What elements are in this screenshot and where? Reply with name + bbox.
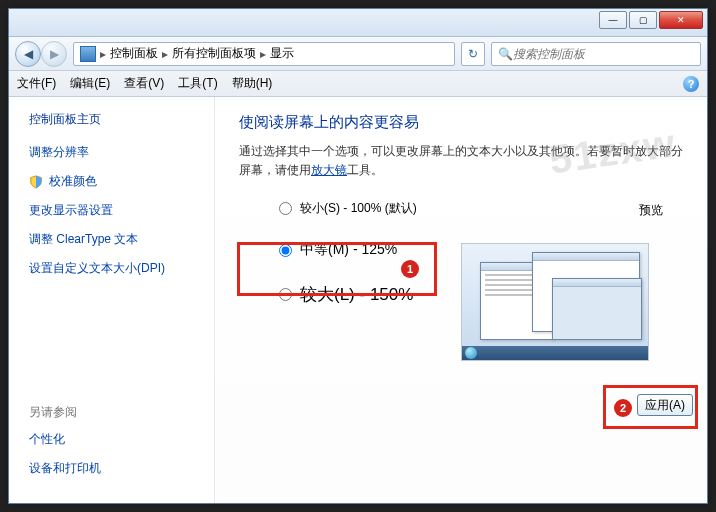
breadcrumb-level1[interactable]: 所有控制面板项: [172, 45, 256, 62]
magnifier-link[interactable]: 放大镜: [311, 163, 347, 177]
radio-large-label: 较大(L) - 150%: [300, 283, 413, 306]
page-description: 通过选择其中一个选项，可以更改屏幕上的文本大小以及其他项。若要暂时放大部分屏幕，…: [239, 142, 685, 180]
maximize-button[interactable]: ▢: [629, 11, 657, 29]
menu-edit[interactable]: 编辑(E): [70, 75, 110, 92]
sidebar-link-resolution[interactable]: 调整分辨率: [29, 144, 194, 161]
window-frame: — ▢ ✕ ◀ ▶ ▸ 控制面板 ▸ 所有控制面板项 ▸ 显示 ↻ 🔍 文件(F…: [8, 8, 708, 504]
menu-tools[interactable]: 工具(T): [178, 75, 217, 92]
help-icon[interactable]: ?: [683, 76, 699, 92]
sidebar-link-custom-dpi[interactable]: 设置自定义文本大小(DPI): [29, 260, 194, 277]
radio-small[interactable]: [279, 202, 292, 215]
radio-medium[interactable]: [279, 244, 292, 257]
radio-medium-label: 中等(M) - 125%: [300, 241, 397, 259]
sidebar-link-personalization[interactable]: 个性化: [29, 431, 194, 448]
breadcrumb-root[interactable]: 控制面板: [110, 45, 158, 62]
preview-thumbnail: [461, 243, 649, 361]
breadcrumb-sep: ▸: [162, 47, 168, 61]
control-panel-home-link[interactable]: 控制面板主页: [29, 111, 194, 128]
menu-view[interactable]: 查看(V): [124, 75, 164, 92]
refresh-button[interactable]: ↻: [461, 42, 485, 66]
sidebar-link-devices-printers[interactable]: 设备和打印机: [29, 460, 194, 477]
sidebar-link-calibrate-color[interactable]: 校准颜色: [29, 173, 194, 190]
menu-bar: 文件(F) 编辑(E) 查看(V) 工具(T) 帮助(H) ?: [9, 71, 707, 97]
minimize-button[interactable]: —: [599, 11, 627, 29]
control-panel-icon: [80, 46, 96, 62]
breadcrumb-level2[interactable]: 显示: [270, 45, 294, 62]
back-button[interactable]: ◀: [15, 41, 41, 67]
see-also-heading: 另请参阅: [29, 404, 194, 421]
radio-small-label: 较小(S) - 100% (默认): [300, 200, 417, 217]
sidebar-link-display-settings[interactable]: 更改显示器设置: [29, 202, 194, 219]
menu-help[interactable]: 帮助(H): [232, 75, 273, 92]
sidebar-link-cleartype[interactable]: 调整 ClearType 文本: [29, 231, 194, 248]
preview-label: 预览: [639, 202, 663, 219]
annotation-badge-1: 1: [401, 260, 419, 278]
search-box[interactable]: 🔍: [491, 42, 701, 66]
apply-button[interactable]: 应用(A): [637, 394, 693, 416]
search-icon: 🔍: [498, 47, 513, 61]
search-input[interactable]: [513, 47, 694, 61]
nav-toolbar: ◀ ▶ ▸ 控制面板 ▸ 所有控制面板项 ▸ 显示 ↻ 🔍: [9, 37, 707, 71]
close-button[interactable]: ✕: [659, 11, 703, 29]
start-orb-icon: [465, 347, 477, 359]
shield-icon: [29, 175, 43, 189]
titlebar[interactable]: — ▢ ✕: [9, 9, 707, 37]
radio-large[interactable]: [279, 288, 292, 301]
forward-button[interactable]: ▶: [41, 41, 67, 67]
page-heading: 使阅读屏幕上的内容更容易: [239, 113, 685, 132]
annotation-badge-2: 2: [614, 399, 632, 417]
address-bar[interactable]: ▸ 控制面板 ▸ 所有控制面板项 ▸ 显示: [73, 42, 455, 66]
sidebar: 控制面板主页 调整分辨率 校准颜色 更改显示器设置 调整 ClearType 文…: [9, 97, 215, 503]
menu-file[interactable]: 文件(F): [17, 75, 56, 92]
breadcrumb-sep: ▸: [100, 47, 106, 61]
breadcrumb-sep: ▸: [260, 47, 266, 61]
